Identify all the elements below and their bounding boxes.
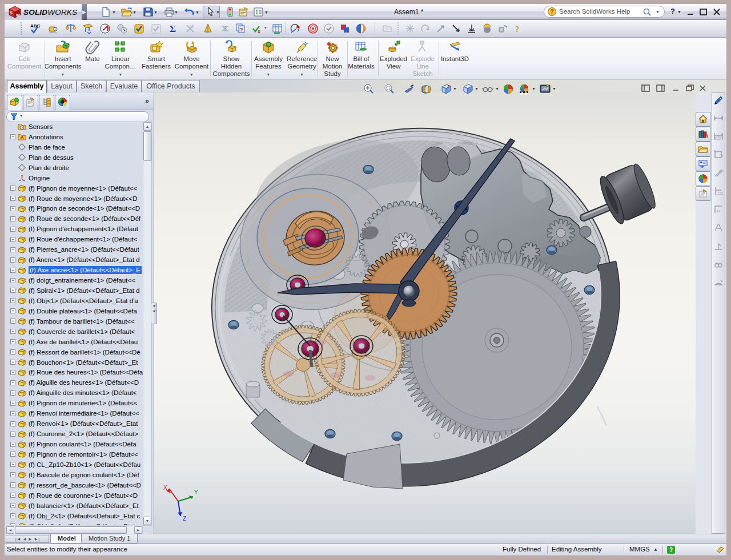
svg-text:12: 12 <box>717 210 721 213</box>
svg-text:W: W <box>16 13 20 17</box>
svg-text:Σ: Σ <box>170 23 176 34</box>
svg-text:?: ? <box>551 9 554 15</box>
svg-text:ABC: ABC <box>30 23 41 29</box>
svg-text:Y: Y <box>194 489 198 495</box>
svg-text:?: ? <box>240 27 243 33</box>
svg-text:x: x <box>258 29 260 34</box>
svg-text:A: A <box>21 135 24 141</box>
svg-text:?: ? <box>515 25 520 34</box>
svg-text:S: S <box>10 11 13 15</box>
svg-text:Z: Z <box>183 515 186 522</box>
svg-text:123: 123 <box>717 192 724 195</box>
svg-text:?: ? <box>669 547 673 553</box>
svg-text:X: X <box>163 485 167 491</box>
svg-text:123: 123 <box>719 170 724 173</box>
